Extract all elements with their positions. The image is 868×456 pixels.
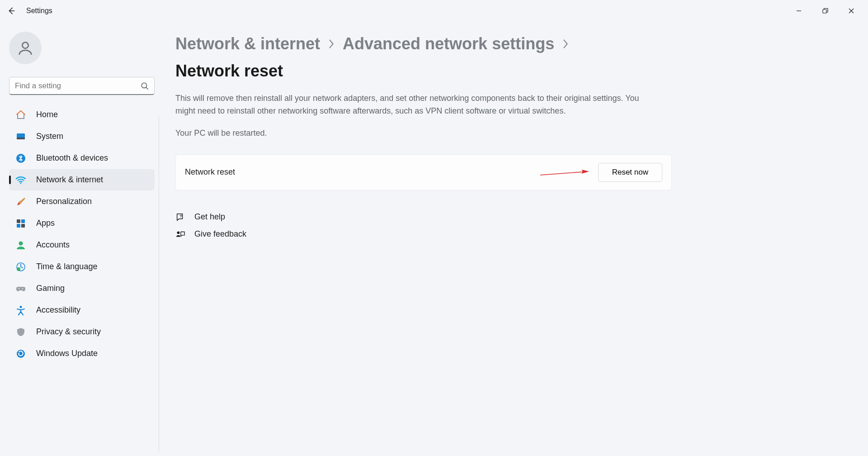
sidebar-item-label: Gaming: [36, 284, 65, 293]
breadcrumb: Network & internet Advanced network sett…: [175, 34, 674, 81]
minimize-button[interactable]: [786, 2, 812, 20]
page-description: This will remove then reinstall all your…: [175, 92, 655, 118]
sidebar-item-label: Bluetooth & devices: [36, 153, 108, 163]
sidebar-item-apps[interactable]: Apps: [9, 213, 155, 234]
chevron-right-icon: [328, 39, 335, 49]
sidebar-item-time[interactable]: Time & language: [9, 256, 155, 277]
maximize-button[interactable]: [812, 2, 838, 20]
svg-point-15: [19, 241, 23, 245]
sidebar-item-system[interactable]: System: [9, 126, 155, 147]
bluetooth-icon: [15, 153, 26, 164]
svg-point-17: [17, 267, 20, 271]
svg-point-18: [19, 288, 19, 289]
search-input[interactable]: [9, 77, 155, 95]
svg-point-19: [22, 288, 23, 289]
sidebar-item-label: Network & internet: [36, 175, 103, 185]
clock-globe-icon: [15, 261, 26, 272]
reset-now-button[interactable]: Reset now: [598, 163, 662, 182]
breadcrumb-current: Network reset: [175, 62, 283, 81]
sidebar-item-label: Accessibility: [36, 305, 80, 315]
sidebar-item-privacy[interactable]: Privacy & security: [9, 321, 155, 342]
accounts-icon: [15, 240, 26, 251]
svg-rect-13: [17, 224, 20, 228]
chevron-right-icon: [562, 39, 569, 49]
search-field[interactable]: [15, 81, 141, 90]
annotation-arrow-icon: [539, 170, 589, 177]
shield-icon: [15, 327, 26, 337]
sidebar: Home System Bluetooth & devices Network …: [0, 22, 159, 456]
sidebar-item-personalization[interactable]: Personalization: [9, 191, 155, 212]
svg-point-25: [177, 231, 179, 234]
sidebar-item-gaming[interactable]: Gaming: [9, 278, 155, 299]
svg-rect-14: [21, 224, 25, 228]
sidebar-item-label: Home: [36, 110, 58, 119]
feedback-icon: [175, 229, 185, 239]
svg-rect-11: [17, 219, 20, 223]
wifi-icon: [15, 175, 26, 185]
sidebar-item-update[interactable]: Windows Update: [9, 343, 155, 364]
sidebar-item-accounts[interactable]: Accounts: [9, 234, 155, 256]
sidebar-item-label: Windows Update: [36, 349, 98, 358]
give-feedback-label: Give feedback: [194, 229, 246, 239]
svg-rect-12: [21, 219, 25, 223]
breadcrumb-advanced[interactable]: Advanced network settings: [343, 34, 554, 53]
svg-point-10: [20, 182, 21, 184]
titlebar: Settings: [0, 0, 868, 22]
back-button[interactable]: [7, 7, 15, 15]
sidebar-item-label: System: [36, 132, 63, 141]
sidebar-item-accessibility[interactable]: Accessibility: [9, 299, 155, 321]
accessibility-icon: [15, 305, 26, 316]
gamepad-icon: [15, 283, 26, 294]
sidebar-divider: [159, 117, 159, 451]
sidebar-item-label: Accounts: [36, 240, 70, 250]
close-button[interactable]: [838, 2, 864, 20]
svg-rect-1: [823, 10, 826, 13]
get-help-label: Get help: [194, 212, 225, 222]
get-help-link[interactable]: ? Get help: [175, 212, 674, 222]
svg-point-20: [20, 306, 22, 308]
sidebar-item-bluetooth[interactable]: Bluetooth & devices: [9, 147, 155, 169]
paintbrush-icon: [15, 196, 26, 207]
sidebar-item-network[interactable]: Network & internet: [9, 169, 155, 190]
give-feedback-link[interactable]: Give feedback: [175, 229, 674, 239]
app-title: Settings: [26, 7, 52, 15]
svg-line-6: [146, 87, 148, 89]
network-reset-card: Network reset Reset now: [175, 154, 672, 190]
svg-rect-8: [17, 138, 25, 139]
sidebar-item-label: Time & language: [36, 262, 97, 271]
card-title: Network reset: [185, 167, 235, 177]
system-icon: [15, 131, 26, 142]
svg-point-4: [22, 43, 28, 48]
svg-text:?: ?: [179, 214, 182, 218]
sidebar-item-home[interactable]: Home: [9, 104, 155, 125]
help-icon: ?: [175, 212, 185, 222]
restart-note: Your PC will be restarted.: [175, 128, 674, 138]
home-icon: [15, 109, 26, 120]
search-icon: [141, 82, 149, 90]
svg-point-5: [142, 83, 146, 88]
apps-icon: [15, 218, 26, 229]
breadcrumb-network[interactable]: Network & internet: [175, 34, 320, 53]
main-content: Network & internet Advanced network sett…: [159, 22, 868, 456]
sidebar-item-label: Apps: [36, 218, 55, 228]
svg-line-22: [540, 172, 583, 175]
user-avatar[interactable]: [9, 32, 42, 64]
update-icon: [15, 348, 26, 359]
sidebar-item-label: Privacy & security: [36, 327, 101, 337]
sidebar-item-label: Personalization: [36, 197, 92, 206]
